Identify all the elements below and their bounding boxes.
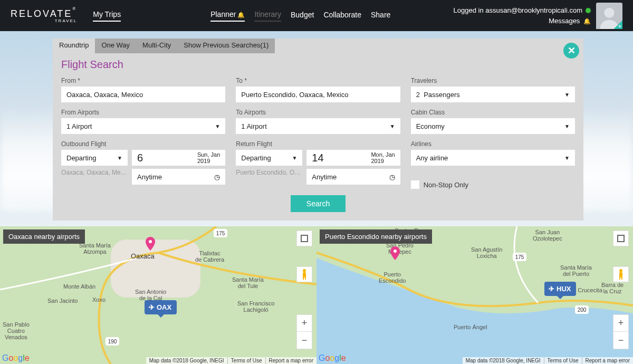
- airport-code: HUX: [557, 285, 571, 293]
- to-airports-value: 1 Airport: [241, 122, 266, 130]
- travelers-select[interactable]: 2 Passengers ▼: [411, 87, 575, 102]
- zoom-in-button[interactable]: +: [297, 315, 312, 332]
- airlines-select[interactable]: Any airline▼: [411, 150, 575, 166]
- svg-rect-22: [621, 277, 622, 280]
- cabin-value: Economy: [416, 122, 445, 130]
- zoom-out-button[interactable]: −: [297, 332, 312, 349]
- fullscreen-icon: [301, 235, 308, 242]
- out-weekday: Sun, Jan: [197, 151, 220, 158]
- cabin-class-select[interactable]: Economy▼: [411, 118, 575, 134]
- pegman-button[interactable]: [613, 266, 629, 282]
- outbound-departing-select[interactable]: Departing▼: [61, 150, 128, 166]
- map-attribution: Map data ©2018 Google, INEGI: [463, 357, 544, 364]
- bell-icon: 🔔: [237, 12, 245, 18]
- ret-day: 14: [312, 152, 323, 164]
- map-attribution: Map data ©2018 Google, INEGI: [146, 357, 227, 364]
- map-terms-link[interactable]: Terms of Use: [544, 357, 582, 364]
- out-anytime: Anytime: [137, 173, 162, 181]
- brand-logo[interactable]: RELOVATE® TRAVEL: [11, 8, 77, 23]
- return-time-select[interactable]: Anytime◷: [306, 169, 400, 185]
- messages-link[interactable]: Messages: [549, 17, 580, 25]
- fullscreen-button[interactable]: [613, 231, 629, 246]
- nav-planner-label: Planner: [210, 10, 236, 18]
- map-city-label: San FranciscoLachigoló: [237, 300, 274, 313]
- zoom-out-button[interactable]: −: [613, 332, 628, 349]
- search-panel: Roundtrip One Way Multi-City Show Previo…: [53, 39, 583, 221]
- clock-icon: ◷: [389, 173, 395, 181]
- tab-one-way[interactable]: One Way: [95, 39, 136, 53]
- from-under-label: Oaxaca, Oaxaca, Mexi...: [61, 169, 128, 185]
- from-input[interactable]: Oaxaca, Oaxaca, Mexico: [61, 87, 225, 102]
- svg-rect-21: [619, 277, 620, 280]
- outbound-time-select[interactable]: Anytime◷: [132, 169, 225, 185]
- to-under-label: Puerto Escondido, Oa...: [236, 169, 302, 185]
- outbound-departing-value: Departing: [66, 154, 96, 162]
- nav-budget[interactable]: Budget: [291, 11, 314, 21]
- tab-multi-city[interactable]: Multi-City: [136, 39, 177, 53]
- map-city-label: San AgustínLoxicha: [471, 246, 502, 259]
- nav-links: Planner🔔 Itinerary Budget Collaborate Sh…: [210, 10, 390, 22]
- out-year: 2019: [197, 158, 210, 164]
- map-city-label: PuertoEscondido: [379, 271, 406, 284]
- return-departing-select[interactable]: Departing▼: [236, 150, 302, 166]
- map-report-link[interactable]: Report a map error: [265, 357, 316, 364]
- from-airports-value: 1 Airport: [66, 122, 92, 130]
- svg-point-9: [303, 269, 306, 272]
- search-button[interactable]: Search: [291, 195, 346, 212]
- map-city-label: Oaxaca: [131, 253, 155, 260]
- map-oaxaca[interactable]: 175 190 Oaxaca nearby airports Santa Mar…: [0, 226, 316, 364]
- close-panel-button[interactable]: ✕: [563, 43, 579, 59]
- google-logo: Google: [2, 353, 30, 363]
- svg-rect-20: [619, 272, 622, 277]
- map-city-label: Santa Maríadel Puerto: [560, 264, 592, 277]
- chevron-down-icon: ▼: [564, 92, 570, 98]
- ret-anytime: Anytime: [312, 173, 337, 181]
- map-city-label: San JuanOzolotepec: [533, 229, 562, 242]
- zoom-in-button[interactable]: +: [613, 315, 628, 332]
- map-city-label: San Jacinto: [47, 298, 78, 304]
- brand-sub: TRAVEL: [55, 18, 78, 23]
- map-report-link[interactable]: Report a map error: [582, 357, 633, 364]
- map-tag-right: Puerto Escondido nearby airports: [320, 229, 432, 244]
- avatar[interactable]: +: [596, 3, 622, 29]
- to-input[interactable]: Puerto Escondido, Oaxaca, Mexico: [236, 87, 400, 102]
- ret-weekday: Mon, Jan: [371, 151, 395, 158]
- pegman-icon: [616, 269, 626, 280]
- nonstop-checkbox[interactable]: [411, 180, 419, 189]
- nav-itinerary[interactable]: Itinerary: [254, 10, 281, 22]
- svg-rect-11: [303, 277, 304, 280]
- panel-title: Flight Search: [61, 59, 575, 71]
- return-departing-value: Departing: [241, 154, 271, 162]
- map-pin-icon: [390, 246, 400, 260]
- chevron-down-icon: ▼: [117, 155, 122, 161]
- cabin-class-label: Cabin Class: [411, 109, 575, 116]
- return-date-picker[interactable]: 14 Mon, Jan2019: [306, 150, 400, 166]
- outbound-date-picker[interactable]: 6 Sun, Jan2019: [132, 150, 225, 166]
- map-city-label: Puerto Ángel: [454, 324, 487, 330]
- map-city-label: Santa MaríaAtzompa: [79, 242, 111, 255]
- to-airports-select[interactable]: 1 Airport▼: [236, 118, 400, 134]
- to-label: To *: [236, 77, 400, 84]
- map-terms-link[interactable]: Terms of Use: [227, 357, 265, 364]
- outbound-label: Outbound Flight: [61, 140, 225, 148]
- svg-text:190: 190: [108, 339, 117, 344]
- chevron-down-icon: ▼: [564, 155, 570, 161]
- user-block: Logged in as susan@brooklyntropicali.com…: [454, 5, 591, 26]
- svg-point-0: [604, 7, 614, 17]
- map-puerto-escondido[interactable]: 175 200 Puerto Escondido nearby airports…: [316, 226, 633, 364]
- map-tag-left: Oaxaca nearby airports: [3, 229, 85, 244]
- pegman-button[interactable]: [296, 266, 312, 282]
- brand-main: RELOVATE: [11, 8, 72, 19]
- nav-planner[interactable]: Planner🔔: [210, 10, 245, 22]
- from-airports-select[interactable]: 1 Airport▼: [61, 118, 225, 134]
- tab-previous-searches[interactable]: Show Previous Searches(1): [177, 39, 275, 53]
- airport-badge-hux[interactable]: ✈HUX: [544, 282, 576, 296]
- tab-roundtrip[interactable]: Roundtrip: [53, 39, 95, 53]
- zoom-controls: + −: [613, 314, 629, 349]
- map-city-label: Tlalixtacde Cabrera: [195, 250, 224, 263]
- nav-share[interactable]: Share: [371, 11, 390, 21]
- fullscreen-button[interactable]: [296, 231, 312, 246]
- airport-badge-oax[interactable]: ✈OAX: [145, 300, 177, 314]
- nav-my-trips[interactable]: My Trips: [93, 10, 121, 22]
- nav-collaborate[interactable]: Collaborate: [323, 11, 361, 21]
